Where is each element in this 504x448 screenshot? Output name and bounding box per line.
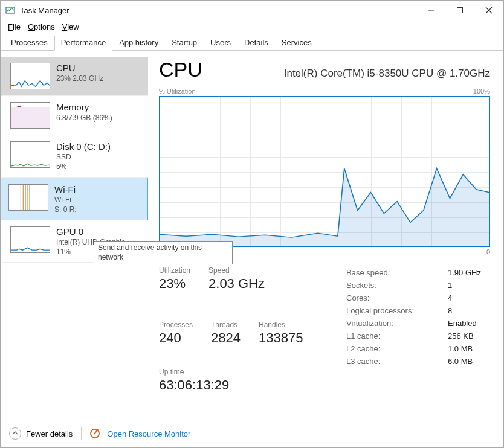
tab-users[interactable]: Users: [204, 36, 237, 51]
memory-thumb: [10, 102, 50, 129]
info-logical-processors: Logical processors:8: [346, 304, 490, 317]
sidebar-item-sub: 6.8/7.9 GB (86%): [56, 114, 112, 122]
info-l1-cache: L1 cache:256 KB: [346, 330, 490, 342]
stat-utilization: Utilization 23%: [159, 266, 190, 292]
cpu-model: Intel(R) Core(TM) i5-8350U CPU @ 1.70GHz: [284, 68, 490, 80]
window-title: Task Manager: [20, 6, 69, 15]
svg-rect-5: [11, 107, 50, 128]
minimize-button[interactable]: [416, 1, 445, 20]
sidebar-item-disk0[interactable]: Disk 0 (C: D:) SSD 5%: [1, 135, 148, 178]
divider: [81, 427, 82, 440]
fewer-details-button[interactable]: Fewer details: [9, 427, 73, 440]
wifi-thumb: [8, 184, 48, 211]
sidebar-item-label: CPU: [56, 63, 103, 73]
close-button[interactable]: [474, 1, 503, 20]
cpu-info-list: Base speed:1.90 GHz Sockets:1 Cores:4 Lo…: [346, 266, 490, 393]
svg-rect-2: [457, 8, 463, 13]
info-cores: Cores:4: [346, 292, 490, 304]
tab-app-history[interactable]: App history: [112, 36, 165, 51]
cpu-detail-pane: CPU Intel(R) Core(TM) i5-8350U CPU @ 1.7…: [148, 51, 503, 419]
menu-file[interactable]: File: [5, 21, 23, 33]
tab-processes[interactable]: Processes: [4, 36, 54, 51]
maximize-button[interactable]: [445, 1, 474, 20]
stat-processes: Processes 240: [159, 321, 193, 346]
info-virtualization: Virtualization:Enabled: [346, 317, 490, 330]
performance-sidebar: CPU 23% 2.03 GHz Memory 6.8/7.9 GB (86%)…: [1, 51, 148, 419]
menu-view[interactable]: View: [60, 21, 82, 33]
tab-details[interactable]: Details: [237, 36, 275, 51]
chart-ymax: 100%: [473, 88, 490, 95]
gpu-thumb: [10, 226, 50, 253]
main: CPU 23% 2.03 GHz Memory 6.8/7.9 GB (86%)…: [1, 51, 503, 419]
sidebar-item-memory[interactable]: Memory 6.8/7.9 GB (86%): [1, 96, 148, 135]
chart-x-right: 0: [486, 248, 490, 255]
cpu-thumb: [10, 63, 50, 89]
sidebar-item-cpu[interactable]: CPU 23% 2.03 GHz: [1, 57, 148, 96]
chart-ylabel: % Utilization: [159, 88, 196, 95]
sidebar-item-label: Wi-Fi: [54, 184, 77, 194]
sidebar-item-sub: 23% 2.03 GHz: [56, 74, 103, 83]
disk-thumb: [10, 141, 50, 168]
sidebar-item-label: Disk 0 (C: D:): [56, 141, 111, 152]
cpu-utilization-chart[interactable]: [159, 96, 490, 247]
info-base-speed: Base speed:1.90 GHz: [346, 266, 490, 279]
tabs: Processes Performance App history Startu…: [1, 35, 503, 51]
detail-title: CPU: [159, 58, 202, 82]
sidebar-item-sub: Wi-Fi: [54, 196, 77, 204]
footer: Fewer details Open Resource Monitor: [1, 419, 503, 448]
cpu-stats: Utilization 23% Speed 2.03 GHz Processes…: [159, 266, 490, 393]
titlebar: Task Manager: [1, 1, 503, 20]
sidebar-item-sub2: 5%: [56, 162, 111, 171]
stat-speed: Speed 2.03 GHz: [208, 266, 265, 292]
sidebar-item-wifi[interactable]: Wi-Fi Wi-Fi S: 0 R:: [1, 178, 148, 220]
task-manager-icon: [5, 5, 15, 15]
detail-header: CPU Intel(R) Core(TM) i5-8350U CPU @ 1.7…: [159, 58, 490, 82]
info-sockets: Sockets:1: [346, 279, 490, 292]
stat-threads: Threads 2824: [211, 321, 241, 346]
stat-handles: Handles 133875: [259, 321, 303, 346]
open-resource-monitor-link[interactable]: Open Resource Monitor: [90, 429, 190, 438]
info-l2-cache: L2 cache:1.0 MB: [346, 342, 490, 355]
menu-options[interactable]: Options: [25, 21, 57, 33]
sidebar-item-sub: SSD: [56, 153, 111, 161]
sidebar-item-label: Memory: [56, 102, 112, 112]
menubar: File Options View: [1, 20, 503, 35]
tab-services[interactable]: Services: [275, 36, 318, 51]
tab-performance[interactable]: Performance: [54, 36, 112, 51]
window-controls: [416, 1, 503, 20]
info-l3-cache: L3 cache:6.0 MB: [346, 355, 490, 368]
stat-uptime: Up time 63:06:13:29: [159, 368, 322, 393]
wifi-tooltip: Send and receive activity on this networ…: [94, 241, 233, 264]
sidebar-item-label: GPU 0: [56, 226, 131, 237]
sidebar-item-sub2: S: 0 R:: [54, 205, 77, 214]
chevron-up-icon: [9, 427, 21, 440]
tab-startup[interactable]: Startup: [165, 36, 204, 51]
resource-monitor-icon: [90, 429, 100, 438]
